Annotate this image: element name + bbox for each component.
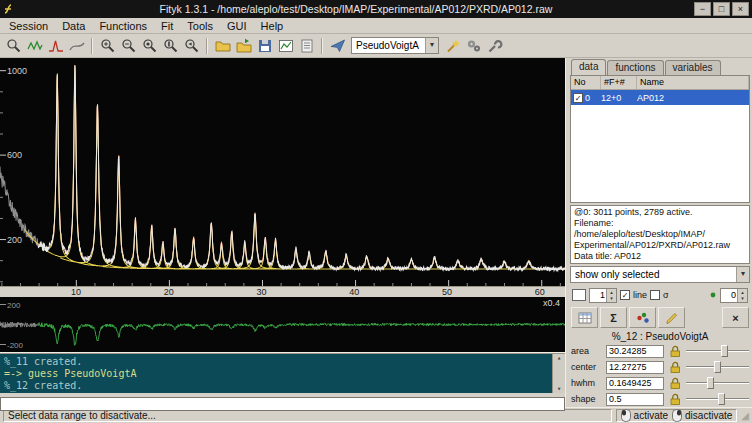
chevron-down-icon[interactable]: ▾ xyxy=(425,38,438,53)
command-input[interactable] xyxy=(0,397,565,411)
baseline-mode-button[interactable] xyxy=(66,36,87,56)
dataset-checkbox[interactable]: ✓ xyxy=(573,93,583,103)
scroll-up-icon[interactable]: ▴ xyxy=(557,354,561,362)
maximize-button[interactable]: □ xyxy=(713,2,730,16)
open-session-button[interactable] xyxy=(212,36,233,56)
data-info-box: @0: 3011 points, 2789 active. Filename: … xyxy=(570,205,750,264)
lock-icon[interactable] xyxy=(667,360,683,374)
sidebar-tabs: data functions variables xyxy=(568,58,752,75)
param-center-slider[interactable] xyxy=(686,360,749,374)
tab-functions[interactable]: functions xyxy=(607,60,663,75)
x-axis-strip: 102030405060 xyxy=(0,286,565,297)
column-functions[interactable]: #F+# xyxy=(601,76,637,89)
menu-data[interactable]: Data xyxy=(55,20,92,32)
param-shape-slider[interactable] xyxy=(686,392,749,406)
delete-data-button[interactable]: × xyxy=(722,307,749,328)
status-message-cell: Select data range to disactivate... xyxy=(3,409,612,422)
menu-help[interactable]: Help xyxy=(254,20,291,32)
execute-script-button[interactable] xyxy=(327,36,348,56)
sidebar: data functions variables No #F+# Name ✓ … xyxy=(568,58,752,407)
sigma-label: σ xyxy=(663,290,669,300)
param-hwhm-input[interactable] xyxy=(606,377,664,390)
shift-input[interactable] xyxy=(721,289,737,302)
zoom-mode-button[interactable] xyxy=(3,36,24,56)
slider-handle[interactable] xyxy=(707,377,714,389)
point-size-input[interactable] xyxy=(590,289,606,302)
tick-label: 1000 xyxy=(7,66,27,76)
filter-select[interactable]: show only selected ▾ xyxy=(570,266,750,283)
data-range-mode-button[interactable] xyxy=(24,36,45,56)
main-content: 1000600200 102030405060 x0.4 200-200 %_1… xyxy=(0,58,752,407)
hint-label: activate xyxy=(634,410,668,421)
param-label: shape xyxy=(571,394,603,404)
zoom-vertical-button[interactable] xyxy=(160,36,181,56)
run-fit-button[interactable] xyxy=(463,36,484,56)
mouse-hints-cell: activate disactivate xyxy=(616,409,738,422)
slider-handle[interactable] xyxy=(714,361,721,373)
param-area-input[interactable] xyxy=(606,345,664,358)
residual-series xyxy=(38,323,564,346)
tab-data[interactable]: data xyxy=(571,59,606,75)
document-icon xyxy=(299,38,315,54)
status-message: Select data range to disactivate... xyxy=(8,410,156,421)
dataset-no: 0 xyxy=(585,93,601,103)
menu-session[interactable]: Session xyxy=(2,20,55,32)
chevron-down-icon[interactable]: ▾ xyxy=(736,267,749,282)
lock-icon[interactable] xyxy=(667,392,683,406)
model-sum-series xyxy=(38,65,564,269)
main-plot[interactable]: 1000600200 xyxy=(0,58,565,286)
zoom-out-icon xyxy=(121,38,137,54)
param-area-slider[interactable] xyxy=(686,344,749,358)
shift-spinner[interactable]: ▴▾ xyxy=(720,288,748,303)
save-session-button[interactable] xyxy=(254,36,275,56)
console-line: %_11 created. xyxy=(4,356,549,368)
slider-handle[interactable] xyxy=(721,345,728,357)
zoom-all-button[interactable] xyxy=(139,36,160,56)
resize-grip[interactable]: ◢ xyxy=(741,411,749,421)
menu-gui[interactable]: GUI xyxy=(220,20,254,32)
auto-add-peak-button[interactable] xyxy=(442,36,463,56)
close-button[interactable]: × xyxy=(732,2,749,16)
sum-button[interactable]: Σ xyxy=(600,307,627,328)
zoom-previous-button[interactable] xyxy=(181,36,202,56)
slider-handle[interactable] xyxy=(718,393,725,405)
log-button[interactable] xyxy=(296,36,317,56)
dataset-row[interactable]: ✓ 0 12+0 AP012 xyxy=(571,90,749,105)
function-type-select[interactable]: PseudoVoigtA ▾ xyxy=(351,37,439,54)
command-input-row xyxy=(0,393,565,407)
line-checkbox[interactable]: ✓ xyxy=(620,290,630,300)
dataset-list[interactable]: No #F+# Name ✓ 0 12+0 AP012 xyxy=(570,75,750,203)
menu-functions[interactable]: Functions xyxy=(92,20,154,32)
spin-down-icon[interactable]: ▾ xyxy=(738,295,747,301)
point-size-spinner[interactable]: ▴▾ xyxy=(589,288,617,303)
lock-icon[interactable] xyxy=(667,376,683,390)
include-file-button[interactable] xyxy=(233,36,254,56)
functions-colors-button[interactable] xyxy=(629,307,656,328)
data-table-button[interactable] xyxy=(571,307,598,328)
lock-icon[interactable] xyxy=(667,344,683,358)
spin-down-icon[interactable]: ▾ xyxy=(607,295,616,301)
sigma-checkbox[interactable] xyxy=(650,290,660,300)
zoom-out-button[interactable] xyxy=(118,36,139,56)
scroll-down-icon[interactable]: ▾ xyxy=(557,385,561,393)
data-color-swatch[interactable] xyxy=(572,289,586,301)
column-name[interactable]: Name xyxy=(637,76,749,89)
param-shape-input[interactable] xyxy=(606,393,664,406)
add-peak-mode-button[interactable] xyxy=(45,36,66,56)
line-label: line xyxy=(633,290,647,300)
output-console[interactable]: %_11 created. =-> guess PseudoVoigtA %_1… xyxy=(0,354,565,393)
export-image-button[interactable] xyxy=(275,36,296,56)
zoom-in-button[interactable] xyxy=(97,36,118,56)
menu-fit[interactable]: Fit xyxy=(154,20,180,32)
titlebar[interactable]: Fityk 1.3.1 - /home/aleplo/test/Desktop/… xyxy=(0,0,752,18)
tab-variables[interactable]: variables xyxy=(665,60,721,75)
minimize-button[interactable]: − xyxy=(694,2,711,16)
menu-tools[interactable]: Tools xyxy=(180,20,220,32)
console-scrollbar[interactable]: ▴ ▾ xyxy=(552,354,565,393)
residual-plot[interactable]: x0.4 200-200 xyxy=(0,297,565,352)
data-editor-button[interactable] xyxy=(658,307,685,328)
param-center-input[interactable] xyxy=(606,361,664,374)
param-hwhm-slider[interactable] xyxy=(686,376,749,390)
column-no[interactable]: No xyxy=(571,76,601,89)
settings-button[interactable] xyxy=(484,36,505,56)
